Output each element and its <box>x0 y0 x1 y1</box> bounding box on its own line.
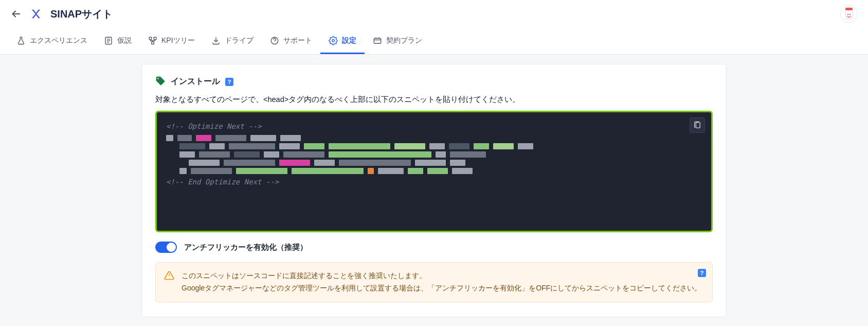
warning-alert: このスニペットはソースコードに直接記述することを強く推奨いたします。 Googl… <box>155 262 713 302</box>
tab-label: エクスペリエンス <box>30 36 87 45</box>
anti-flicker-label: アンチフリッカーを有効化（推奨） <box>184 243 308 252</box>
alert-line-1: このスニペットはソースコードに直接記述することを強く推奨いたします。 <box>182 270 701 282</box>
svg-rect-10 <box>154 37 156 40</box>
code-snippet-container: <!-- Optimize Next --> <!-- End Optimize… <box>155 111 713 232</box>
copy-clipboard-button[interactable] <box>690 117 705 133</box>
svg-point-4 <box>849 14 851 15</box>
tab-drive[interactable]: ドライブ <box>203 31 262 54</box>
tab-nav: エクスペリエンス 仮説 KPIツリー ドライブ サポート 設定 契約プラン <box>0 25 868 55</box>
page-body: インストール ? 対象となるすべてのページで、<head>タグ内のなるべく上部に… <box>0 55 868 326</box>
topbar-left: SINAPサイト <box>10 7 113 21</box>
code-snippet[interactable]: <!-- Optimize Next --> <!-- End Optimize… <box>157 112 711 231</box>
app-logo-icon[interactable] <box>29 7 43 21</box>
alert-body: このスニペットはソースコードに直接記述することを強く推奨いたします。 Googl… <box>182 270 701 295</box>
help-icon[interactable]: ? <box>225 78 233 86</box>
tag-icon <box>155 76 166 88</box>
section-header: インストール ? <box>155 76 713 88</box>
anti-flicker-row: アンチフリッカーを有効化（推奨） <box>155 242 713 253</box>
install-description: 対象となるすべてのページで、<head>タグ内のなるべく上部に以下のスニペットを… <box>155 95 713 105</box>
alert-line-2: Googleタグマネージャーなどのタグ管理ツールを利用して設置する場合は、「アン… <box>182 282 701 295</box>
tab-label: 設定 <box>342 36 356 45</box>
svg-point-13 <box>332 40 334 42</box>
code-comment-start: <!-- Optimize Next --> <box>166 121 702 133</box>
anti-flicker-toggle[interactable] <box>155 242 177 253</box>
tab-label: ドライブ <box>225 36 254 45</box>
tab-plan[interactable]: 契約プラン <box>365 31 430 54</box>
svg-rect-11 <box>152 42 154 44</box>
tab-experience[interactable]: エクスペリエンス <box>8 31 96 54</box>
site-title: SINAPサイト <box>50 7 113 21</box>
warning-icon <box>164 270 174 295</box>
tab-support[interactable]: サポート <box>262 31 320 54</box>
install-card: インストール ? 対象となるすべてのページで、<head>タグ内のなるべく上部に… <box>141 64 727 317</box>
code-comment-end: <!-- End Optimize Next --> <box>166 176 702 188</box>
avatar[interactable] <box>840 5 858 23</box>
svg-rect-9 <box>149 37 152 40</box>
svg-rect-14 <box>374 39 381 44</box>
section-title: インストール <box>171 76 220 87</box>
tab-label: KPIツリー <box>161 36 195 45</box>
tab-label: 契約プラン <box>386 36 422 45</box>
svg-rect-2 <box>845 8 853 10</box>
svg-point-3 <box>847 14 848 15</box>
svg-rect-18 <box>696 123 700 128</box>
tab-kpi-tree[interactable]: KPIツリー <box>140 31 203 54</box>
back-arrow-icon[interactable] <box>10 8 22 20</box>
tab-label: 仮説 <box>117 36 132 45</box>
tab-label: サポート <box>283 36 312 45</box>
topbar: SINAPサイト <box>0 0 868 25</box>
tab-hypothesis[interactable]: 仮説 <box>96 31 140 54</box>
tab-settings[interactable]: 設定 <box>320 31 365 54</box>
alert-help-icon[interactable]: ? <box>698 269 706 277</box>
